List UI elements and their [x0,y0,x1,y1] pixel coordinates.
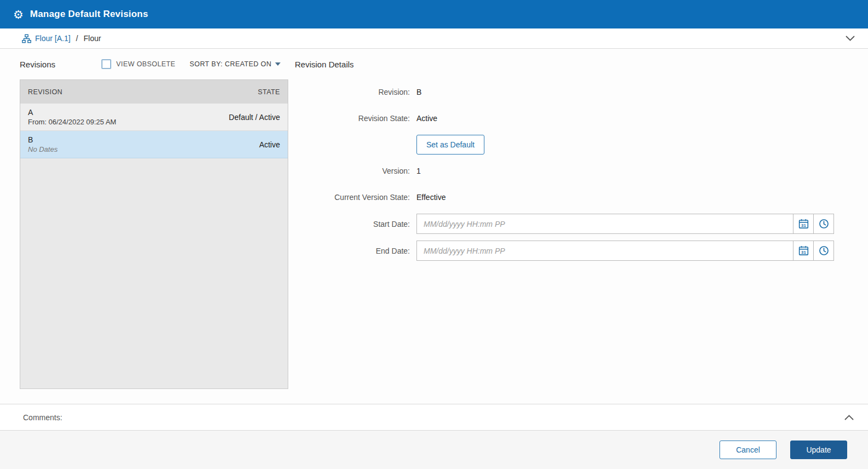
version-value: 1 [416,167,421,175]
current-version-state-row: Current Version State: Effective [295,187,846,207]
clock-icon [819,245,829,256]
view-obsolete-control[interactable]: VIEW OBSOLETE [101,59,175,69]
revision-dates: From: 06/24/2022 09:25 AM [28,118,116,126]
gear-icon: ⚙ [13,9,24,20]
revision-details-form: Revision: B Revision State: Active Set a… [295,79,868,267]
dialog-footer: Cancel Update [0,431,868,469]
current-version-state-label: Current Version State: [295,193,416,202]
caret-down-icon [275,62,281,66]
svg-text:31: 31 [801,250,806,255]
breadcrumb-item-link[interactable]: Flour [A.1] [22,34,71,43]
comments-section: Comments: [0,404,868,431]
revision-field-label: Revision: [295,88,416,96]
breadcrumb: Flour [A.1] / Flour [0,28,868,49]
main-content: Revisions VIEW OBSOLETE SORT BY: CREATED… [0,49,868,404]
revision-field-value: B [416,88,421,96]
breadcrumb-current: Flour [83,34,101,43]
content-columns: REVISION STATE A From: 06/24/2022 09:25 … [0,79,868,389]
comments-label: Comments: [23,413,62,422]
start-date-group: 31 [416,214,834,234]
view-obsolete-label: VIEW OBSOLETE [116,60,175,68]
cancel-button[interactable]: Cancel [719,441,776,459]
end-date-group: 31 [416,241,834,261]
revision-field-row: Revision: B [295,82,846,102]
current-version-state-value: Effective [416,193,446,202]
start-date-calendar-button[interactable]: 31 [793,214,814,234]
start-date-input[interactable] [416,214,793,234]
revisions-controls: Revisions VIEW OBSOLETE SORT BY: CREATED… [20,59,288,69]
breadcrumb-separator: / [75,34,80,43]
revision-state: Default / Active [229,113,280,122]
chevron-down-icon [846,36,855,42]
sort-by-label: SORT BY: CREATED ON [190,60,271,68]
start-date-label: Start Date: [295,220,416,228]
set-as-default-button[interactable]: Set as Default [416,135,484,155]
view-obsolete-checkbox[interactable] [101,59,111,69]
calendar-icon: 31 [798,245,809,256]
sort-by-dropdown[interactable]: SORT BY: CREATED ON [190,60,281,68]
revision-state-label: Revision State: [295,114,416,123]
revision-cell: A From: 06/24/2022 09:25 AM [28,108,116,126]
hierarchy-icon [22,34,31,43]
revisions-heading: Revisions [20,60,55,69]
svg-text:31: 31 [801,223,806,228]
revision-letter: A [28,108,116,117]
end-date-label: End Date: [295,247,416,255]
end-date-row: End Date: 31 [295,241,846,261]
chevron-up-icon [844,414,854,420]
set-default-row: Set as Default [295,135,846,155]
revision-state: Active [259,140,280,149]
end-date-calendar-button[interactable]: 31 [793,241,814,261]
revision-list: REVISION STATE A From: 06/24/2022 09:25 … [20,79,288,389]
revision-state-row: Revision State: Active [295,108,846,128]
revision-list-header: REVISION STATE [20,80,288,104]
version-row: Version: 1 [295,161,846,181]
start-date-time-button[interactable] [813,214,834,234]
dialog-titlebar: ⚙ Manage Default Revisions [0,0,868,28]
revision-state-value: Active [416,114,437,123]
calendar-icon: 31 [798,219,809,229]
comments-collapse-button[interactable] [844,414,854,420]
revision-dates: No Dates [28,145,58,153]
version-label: Version: [295,167,416,175]
clock-icon [819,219,829,229]
end-date-input[interactable] [416,241,793,261]
column-header-state: STATE [258,88,280,96]
column-header-revision: REVISION [28,88,62,96]
breadcrumb-collapse-button[interactable] [846,36,855,42]
revision-cell: B No Dates [28,135,58,153]
start-date-row: Start Date: 31 [295,214,846,234]
end-date-time-button[interactable] [813,241,834,261]
revision-row-b-selected[interactable]: B No Dates Active [20,131,288,158]
panel-controls-row: Revisions VIEW OBSOLETE SORT BY: CREATED… [0,49,868,79]
breadcrumb-link-label: Flour [A.1] [35,34,71,43]
revision-row-a[interactable]: A From: 06/24/2022 09:25 AM Default / Ac… [20,104,288,131]
update-button[interactable]: Update [790,441,847,459]
revision-letter: B [28,135,58,144]
revision-details-heading: Revision Details [295,60,354,69]
dialog-title: Manage Default Revisions [30,9,148,20]
